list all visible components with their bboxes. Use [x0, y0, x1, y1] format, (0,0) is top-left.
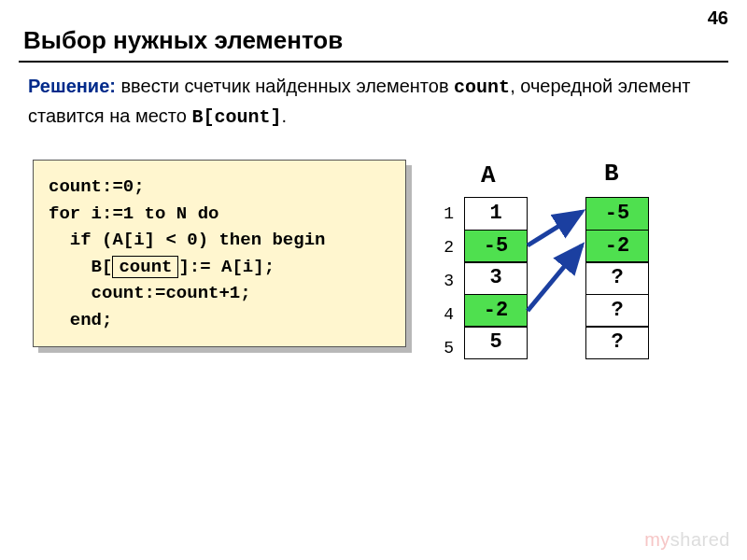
arrays-diagram: A B 1 2 3 4 5 1 -5 3 -2 5 -5 -2 ? ? ?	[434, 160, 724, 384]
code-line-6: end;	[49, 310, 112, 330]
solution-seg1: ввести счетчик найденных элементов	[116, 76, 454, 96]
solution-text: Решение: ввести счетчик найденных элемен…	[0, 72, 747, 132]
code-count-box: count	[112, 256, 178, 279]
slide-title: Выбор нужных элементов	[0, 0, 747, 61]
svg-line-0	[528, 212, 582, 245]
solution-lead: Решение:	[28, 76, 116, 96]
b-cell-2: -2	[585, 230, 649, 263]
a-cell-2: -5	[464, 230, 528, 263]
arrow-a2-to-b1	[526, 195, 591, 251]
a-cell-1: 1	[464, 197, 528, 231]
b-cell-4: ?	[585, 294, 649, 328]
code-line-2: for i:=1 to N do	[49, 203, 218, 224]
code-line-5: count:=count+1;	[49, 283, 251, 303]
code-line-1: count:=0;	[49, 176, 145, 197]
wm-my: my	[644, 529, 670, 550]
arrow-a4-to-b2	[526, 225, 591, 318]
array-a-column: 1 -5 3 -2 5	[464, 197, 528, 359]
b-cell-5: ?	[585, 326, 649, 359]
b-cell-1: -5	[585, 197, 649, 231]
page-number: 46	[708, 7, 728, 29]
code-block: count:=0; for i:=1 to N do if (A[i] < 0)…	[33, 160, 406, 347]
solution-code1: count	[454, 77, 510, 98]
code-line-4a: B[	[49, 257, 112, 277]
code-box: count:=0; for i:=1 to N do if (A[i] < 0)…	[33, 160, 406, 347]
b-cell-3: ?	[585, 261, 649, 295]
solution-code2: B[count]	[191, 106, 281, 128]
idx-2: 2	[434, 231, 458, 264]
a-cell-3: 3	[464, 261, 528, 295]
idx-3: 3	[434, 264, 458, 298]
array-a-header: A	[481, 161, 496, 189]
content-row: count:=0; for i:=1 to N do if (A[i] < 0)…	[0, 160, 747, 384]
a-cell-5: 5	[464, 326, 528, 359]
idx-1: 1	[434, 197, 458, 231]
code-lt: <	[165, 230, 176, 250]
svg-line-1	[528, 245, 582, 311]
code-line-3c: 0) then begin	[187, 230, 325, 250]
idx-5: 5	[434, 331, 458, 365]
code-line-4b: ]:= A[i];	[178, 257, 275, 277]
a-cell-4: -2	[464, 294, 528, 328]
solution-seg3: .	[281, 105, 287, 126]
watermark: myshared	[644, 529, 730, 551]
idx-4: 4	[434, 298, 458, 331]
array-b-column: -5 -2 ? ? ?	[585, 197, 649, 359]
index-column: 1 2 3 4 5	[434, 197, 458, 365]
code-line-3a: if (A[i]	[49, 230, 155, 250]
wm-shared: shared	[670, 529, 730, 550]
title-rule	[19, 61, 728, 63]
array-b-header: B	[604, 160, 619, 188]
